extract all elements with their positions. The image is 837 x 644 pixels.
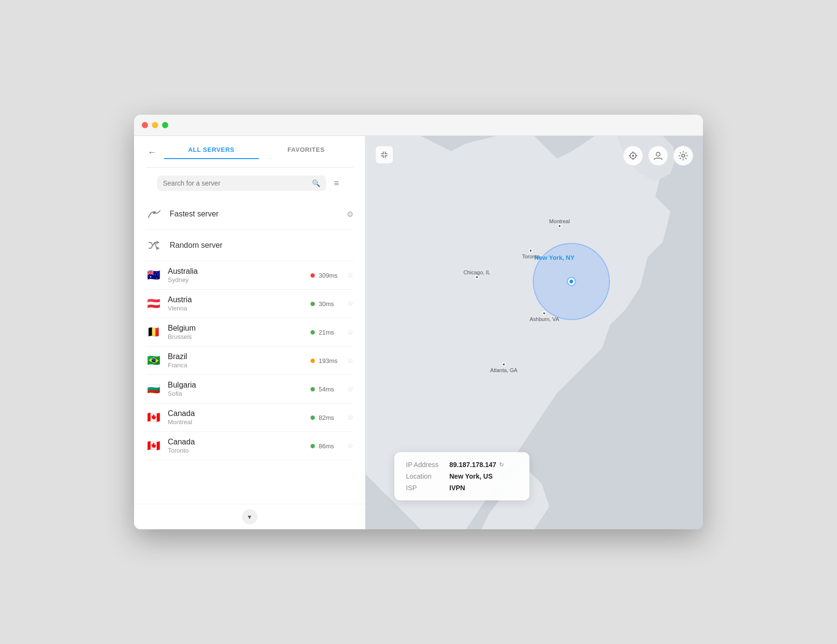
country-name: Bulgaria	[168, 381, 310, 389]
collapse-map-button[interactable]	[375, 146, 393, 164]
traffic-lights	[142, 122, 168, 128]
list-item[interactable]: 🇧🇬 Bulgaria Sofia 54ms ☆	[146, 375, 353, 403]
ping-value: 30ms	[319, 300, 345, 308]
ping-value: 54ms	[319, 386, 345, 393]
settings-icon	[678, 151, 688, 161]
list-item[interactable]: 🇧🇪 Belgium Brussels 21ms ☆	[146, 318, 353, 347]
flag-canada-1: 🇨🇦	[146, 412, 161, 423]
ping-row: 21ms	[310, 329, 345, 336]
ny-label: New York, NY	[534, 254, 574, 261]
list-item[interactable]: 🇧🇷 Brazil Franca 193ms ☆	[146, 347, 353, 375]
ping-value: 309ms	[319, 272, 345, 279]
ping-row: 193ms	[310, 357, 345, 364]
country-name: Canada	[168, 438, 310, 446]
favorite-button[interactable]: ☆	[347, 442, 353, 450]
tabs-container: ALL SERVERS FAVORITES	[164, 146, 353, 159]
flag-belgium: 🇧🇪	[146, 326, 161, 338]
collapse-icon	[380, 151, 388, 159]
favorite-button[interactable]: ☆	[347, 271, 353, 280]
list-item[interactable]: 🇨🇦 Canada Toronto 86ms ☆	[146, 432, 353, 460]
scroll-down-button[interactable]: ▾	[242, 509, 257, 524]
ping-dot	[310, 444, 315, 448]
city-name: Montreal	[168, 418, 310, 426]
search-input[interactable]	[163, 179, 308, 187]
isp-value: IVPN	[449, 484, 465, 492]
city-name: Franca	[168, 362, 310, 369]
settings-button[interactable]	[673, 146, 693, 166]
favorite-button[interactable]: ☆	[347, 356, 353, 365]
ashburn-label: Ashburn, VA	[530, 316, 559, 322]
favorite-button[interactable]: ☆	[347, 299, 353, 308]
ping-row: 309ms	[310, 272, 345, 279]
ping-value: 21ms	[319, 329, 345, 336]
montreal-label: Montreal	[549, 218, 570, 224]
chicago-dot	[475, 275, 479, 279]
isp-label: ISP	[406, 484, 449, 492]
ping-dot	[310, 416, 315, 420]
sidebar-header: ← ALL SERVERS FAVORITES 🔍 ≡	[134, 136, 365, 199]
main-content: ← ALL SERVERS FAVORITES 🔍 ≡	[134, 136, 703, 529]
country-name: Canada	[168, 409, 310, 418]
country-name: Belgium	[168, 324, 310, 333]
flag-canada-2: 🇨🇦	[146, 440, 161, 452]
toronto-dot	[529, 249, 533, 253]
fastest-server-label: Fastest server	[170, 210, 218, 218]
city-name: Sydney	[168, 276, 310, 283]
ping-dot	[310, 302, 315, 306]
back-button[interactable]: ←	[146, 146, 158, 160]
favorite-button[interactable]: ☆	[347, 385, 353, 393]
ip-row: IP Address 89.187.178.147 ↻	[406, 461, 518, 469]
search-icon: 🔍	[312, 179, 320, 187]
ping-dot	[310, 387, 315, 391]
profile-button[interactable]	[648, 146, 668, 166]
svg-point-9	[682, 154, 685, 157]
locate-button[interactable]	[623, 146, 643, 166]
list-item[interactable]: 🇦🇹 Austria Vienna 30ms ☆	[146, 290, 353, 318]
map-top-right	[623, 146, 693, 166]
country-name: Brazil	[168, 352, 310, 361]
city-name: Toronto	[168, 447, 310, 454]
sidebar: ← ALL SERVERS FAVORITES 🔍 ≡	[134, 136, 365, 529]
random-server-item[interactable]: Random server	[146, 230, 353, 261]
location-label: Location	[406, 472, 449, 480]
country-info-canada-toronto: Canada Toronto	[168, 438, 310, 454]
montreal-marker: Montreal	[549, 217, 570, 228]
info-card: IP Address 89.187.178.147 ↻ Location New…	[394, 452, 529, 500]
search-box[interactable]: 🔍	[157, 175, 326, 191]
minimize-button[interactable]	[152, 122, 158, 128]
flag-australia: 🇦🇺	[146, 269, 161, 281]
atlanta-dot	[502, 362, 506, 366]
nav-row: ← ALL SERVERS FAVORITES	[146, 146, 353, 160]
profile-icon	[653, 151, 663, 161]
atlanta-label: Atlanta, GA	[490, 367, 517, 373]
location-value: New York, US	[449, 472, 493, 480]
list-item[interactable]: 🇨🇦 Canada Montreal 82ms ☆	[146, 403, 353, 432]
list-item[interactable]: 🇦🇺 Australia Sydney 309ms ☆	[146, 261, 353, 290]
maximize-button[interactable]	[162, 122, 168, 128]
svg-point-8	[656, 152, 660, 156]
random-icon	[146, 237, 163, 254]
tab-all-servers[interactable]: ALL SERVERS	[164, 146, 259, 159]
ashburn-dot	[542, 311, 546, 315]
fastest-settings-button[interactable]: ⚙	[347, 210, 353, 219]
country-info-canada-montreal: Canada Montreal	[168, 409, 310, 426]
favorite-button[interactable]: ☆	[347, 328, 353, 336]
country-info-austria: Austria Vienna	[168, 295, 310, 312]
ping-dot	[310, 359, 315, 363]
country-info-belgium: Belgium Brussels	[168, 324, 310, 340]
title-bar	[134, 115, 703, 136]
flag-bulgaria: 🇧🇬	[146, 383, 161, 395]
favorite-button[interactable]: ☆	[347, 413, 353, 422]
close-button[interactable]	[142, 122, 148, 128]
refresh-ip-icon[interactable]: ↻	[499, 461, 504, 468]
search-row: 🔍 ≡	[146, 168, 353, 199]
isp-row: ISP IVPN	[406, 484, 518, 492]
flag-brazil: 🇧🇷	[146, 355, 161, 366]
ping-value: 193ms	[319, 357, 345, 364]
filter-button[interactable]: ≡	[331, 176, 342, 190]
svg-point-3	[632, 155, 634, 157]
city-name: Sofia	[168, 390, 310, 397]
fastest-server-item[interactable]: Fastest server ⚙	[146, 199, 353, 230]
tab-favorites[interactable]: FAVORITES	[259, 146, 354, 159]
flag-austria: 🇦🇹	[146, 298, 161, 309]
